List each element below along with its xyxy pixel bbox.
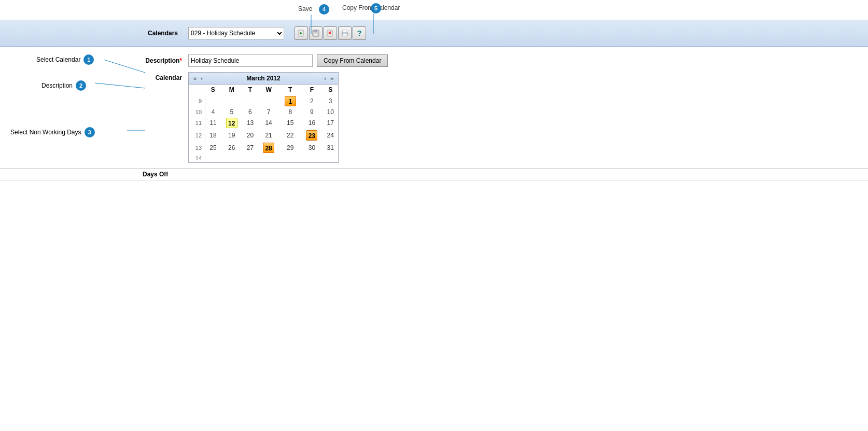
print-button[interactable] <box>338 26 352 40</box>
calendar-day[interactable]: 24 <box>323 129 338 142</box>
calendar-day[interactable]: 8 <box>279 107 301 117</box>
description-form-label: Description* <box>143 57 184 64</box>
next-next-button[interactable]: » <box>329 75 335 82</box>
calendar-form-label: Calendar <box>143 72 184 81</box>
calendar-day <box>221 95 243 107</box>
calendar-day[interactable]: 19 <box>221 129 243 142</box>
prev-prev-button[interactable]: « <box>192 75 198 82</box>
calendar-nav-right: › » <box>323 75 335 82</box>
calendar-day[interactable]: 7 <box>258 107 279 117</box>
weekday-tue: T <box>243 85 258 95</box>
delete-button[interactable] <box>324 26 337 40</box>
weekday-sat: S <box>323 85 338 95</box>
calendar-day[interactable]: 29 <box>279 142 301 154</box>
calendar-day[interactable]: 23 <box>301 129 323 142</box>
description-row: Description* Copy From Calendar <box>143 54 868 67</box>
svg-rect-6 <box>314 33 318 36</box>
prev-button[interactable]: ‹ <box>199 75 204 82</box>
week-number: 9 <box>189 95 205 107</box>
calendar-day[interactable]: 10 <box>323 107 338 117</box>
calendar-day <box>258 154 279 162</box>
non-working-bubble: 3 <box>85 127 95 137</box>
calendar-day <box>243 154 258 162</box>
calendar-day[interactable]: 16 <box>301 117 323 129</box>
calendar-nav-left: « ‹ <box>192 75 204 82</box>
calendar-day[interactable]: 5 <box>221 107 243 117</box>
copy-from-calendar-button[interactable]: Copy From Calendar <box>317 54 388 67</box>
calendar-day[interactable]: 1 <box>279 95 301 107</box>
main-content: Select Calendar 1 Description 2 Select <box>0 47 868 362</box>
calendar-week-row: 1045678910 <box>189 107 338 117</box>
week-number: 10 <box>189 107 205 117</box>
help-button[interactable]: ? <box>353 26 366 40</box>
select-calendar-bubble: 1 <box>83 54 94 65</box>
calendar-day[interactable]: 25 <box>205 142 221 154</box>
calendar-select[interactable]: 029 - Holiday Schedule <box>188 27 284 39</box>
calendar-day[interactable]: 9 <box>301 107 323 117</box>
calendar-body: 9123104567891011111213141516171218192021… <box>189 95 338 162</box>
svg-rect-13 <box>343 34 347 36</box>
description-input[interactable] <box>188 54 313 67</box>
save-bubble: 4 <box>319 4 329 15</box>
calendar-day[interactable]: 20 <box>243 129 258 142</box>
save-annotation-label: Save <box>298 5 312 12</box>
calendar-week-row: 9123 <box>189 95 338 107</box>
copy-bubble: 5 <box>371 3 381 13</box>
calendar-day[interactable]: 21 <box>258 129 279 142</box>
week-number: 14 <box>189 154 205 162</box>
calendar-day[interactable]: 3 <box>323 95 338 107</box>
week-num-header <box>189 85 205 95</box>
calendar-day <box>258 95 279 107</box>
calendar-day <box>205 95 221 107</box>
week-number: 11 <box>189 117 205 129</box>
calendar-week-row: 1325262728293031 <box>189 142 338 154</box>
calendar-day[interactable]: 28 <box>258 142 279 154</box>
calendar-day <box>243 95 258 107</box>
weekday-fri: F <box>301 85 323 95</box>
weekday-mon: M <box>221 85 243 95</box>
select-calendar-label: Select Calendar <box>36 56 80 63</box>
page-wrapper: Save 4 Copy From Calendar 5 Calendars 02… <box>0 0 868 431</box>
calendar-day[interactable]: 26 <box>221 142 243 154</box>
calendar-week-row: 1111121314151617 <box>189 117 338 129</box>
description-label-ann: Description <box>41 82 73 89</box>
select-calendar-annotation: Select Calendar 1 <box>36 54 94 65</box>
calendar-day[interactable]: 14 <box>258 117 279 129</box>
toolbar-buttons: ? <box>295 26 366 40</box>
toolbar: Calendars 029 - Holiday Schedule <box>0 20 868 47</box>
description-bubble: 2 <box>76 80 86 91</box>
days-off-label: Days Off <box>143 171 868 180</box>
save-button[interactable] <box>309 26 323 40</box>
new-button[interactable] <box>295 26 308 40</box>
next-button[interactable]: › <box>323 75 328 82</box>
non-working-annotation: Select Non Working Days 3 <box>10 127 95 137</box>
calendar-row: Calendar « ‹ March 2012 › » <box>143 72 868 163</box>
calendar-day[interactable]: 11 <box>205 117 221 129</box>
calendar-day[interactable]: 6 <box>243 107 258 117</box>
calendar-day[interactable]: 4 <box>205 107 221 117</box>
calendar-day[interactable]: 18 <box>205 129 221 142</box>
days-off-content <box>0 180 868 362</box>
form-area: Description* Copy From Calendar Calendar… <box>143 52 868 163</box>
calendar-day[interactable]: 31 <box>323 142 338 154</box>
calendar-day[interactable]: 30 <box>301 142 323 154</box>
svg-line-16 <box>95 83 145 88</box>
delete-icon <box>327 30 334 37</box>
non-working-label: Select Non Working Days <box>10 129 81 136</box>
save-icon <box>312 30 319 37</box>
calendar-day[interactable]: 12 <box>221 117 243 129</box>
calendar-day[interactable]: 13 <box>243 117 258 129</box>
calendar-day[interactable]: 22 <box>279 129 301 142</box>
calendar-day[interactable]: 27 <box>243 142 258 154</box>
calendar-day[interactable]: 15 <box>279 117 301 129</box>
calendar-day[interactable]: 17 <box>323 117 338 129</box>
save-annotation: Save <box>298 5 312 12</box>
required-star: * <box>179 57 182 64</box>
calendar-day <box>221 154 243 162</box>
calendar-day <box>323 154 338 162</box>
svg-rect-12 <box>343 30 347 32</box>
calendar-week-row: 1218192021222324 <box>189 129 338 142</box>
new-icon <box>298 30 305 37</box>
calendar-header-row: S M T W T F S <box>189 85 338 95</box>
calendar-day[interactable]: 2 <box>301 95 323 107</box>
